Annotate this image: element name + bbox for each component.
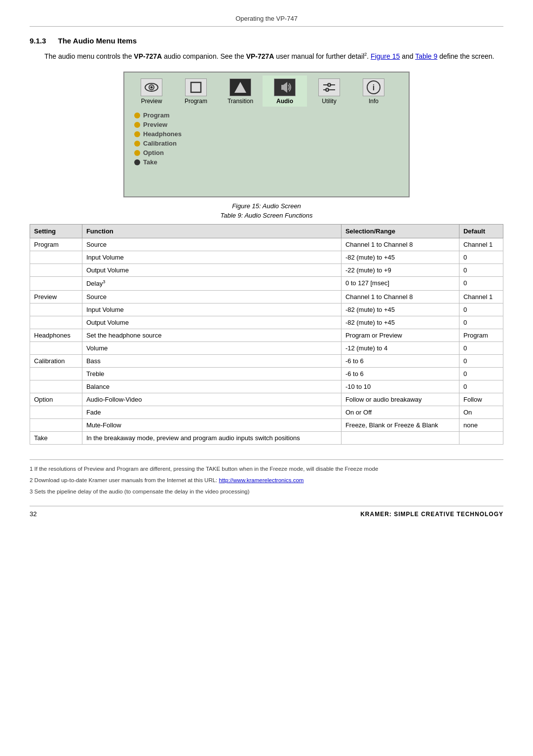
table-row: Calibration Bass -6 to 6 0 [30,354,503,367]
range-input-vol-preview: -82 (mute) to +45 [341,303,459,316]
toolbar-program-label: Program [185,98,207,105]
preview-icon [141,78,162,96]
menu-label-headphones: Headphones [143,130,182,138]
function-balance: Balance [82,380,341,393]
bold-vp727a-1: VP-727A [134,52,162,60]
screen-menu: Program Preview Headphones Calibration O… [124,108,409,196]
menu-label-calibration: Calibration [143,140,177,147]
function-output-vol-preview: Output Volume [82,316,341,329]
table-row: Output Volume -82 (mute) to +45 0 [30,316,503,329]
setting-empty-5 [30,316,82,329]
table-row: Input Volume -82 (mute) to +45 0 [30,251,503,264]
page-header: Operating the VP-747 [30,15,503,27]
footnote-2: 2 Download up-to-date Kramer user manual… [30,476,503,485]
company-name: KRAMER: SIMPLE CREATIVE TECHNOLOGY [360,511,503,518]
default-take [459,431,503,444]
range-take [341,431,459,444]
svg-point-2 [151,86,153,89]
svg-point-11 [326,88,329,91]
default-headphone-vol: 0 [459,341,503,354]
default-source-preview: Channel 1 [459,290,503,303]
screen-mockup-container: Preview Program Transition [30,72,503,197]
functions-table: Setting Function Selection/Range Default… [30,224,503,444]
table9-link[interactable]: Table 9 [415,52,437,60]
default-input-vol-program: 0 [459,251,503,264]
setting-program: Program [30,238,82,251]
footnote-1: 1 If the resolutions of Preview and Prog… [30,465,503,473]
default-output-vol-preview: 0 [459,316,503,329]
table-row: Balance -10 to 10 0 [30,380,503,393]
kramer-url[interactable]: http://www.kramerelectronics.com [219,477,304,483]
range-treble: -6 to 6 [341,367,459,380]
setting-option: Option [30,393,82,406]
function-fade: Fade [82,406,341,418]
menu-item-preview: Preview [134,121,399,128]
toolbar-preview: Preview [129,76,174,108]
function-input-vol-program: Input Volume [82,251,341,264]
screen-mockup: Preview Program Transition [123,72,410,197]
section-heading: The Audio Menu Items [58,37,137,45]
bold-vp727a-2: VP-727A [246,52,274,60]
range-afv: Follow or audio breakaway [341,393,459,406]
toolbar-program: Program [174,76,218,108]
toolbar-transition: Transition [218,76,263,108]
audio-icon [274,78,296,96]
setting-empty-1 [30,251,82,264]
setting-preview: Preview [30,290,82,303]
intro-text-4: and [400,52,415,60]
col-header-setting: Setting [30,225,82,238]
dot-program [134,113,140,118]
header-title: Operating the VP-747 [235,15,298,22]
footer-divider [30,459,503,460]
table-row: Input Volume -82 (mute) to +45 0 [30,303,503,316]
default-mute-follow: none [459,418,503,431]
col-header-range: Selection/Range [341,225,459,238]
setting-empty-2 [30,264,82,277]
function-source: Source [82,238,341,251]
function-bass: Bass [82,354,341,367]
intro-text-1: The audio menu controls the [44,52,134,60]
figure15-link[interactable]: Figure 15 [371,52,400,60]
range-input-vol-program: -82 (mute) to +45 [341,251,459,264]
table-caption: Table 9: Audio Screen Functions [30,212,503,219]
col-header-function: Function [82,225,341,238]
function-source-preview: Source [82,290,341,303]
menu-item-headphones: Headphones [134,130,399,138]
col-header-default: Default [459,225,503,238]
table-row: Treble -6 to 6 0 [30,367,503,380]
function-take: In the breakaway mode, preview and progr… [82,431,341,444]
screen-toolbar: Preview Program Transition [124,73,409,108]
intro-text-5: define the screen. [437,52,494,60]
setting-take: Take [30,431,82,444]
intro-paragraph: The audio menu controls the VP-727A audi… [44,51,503,62]
section-title: 9.1.3 The Audio Menu Items [30,37,503,45]
toolbar-audio-label: Audio [276,98,293,105]
default-input-vol-preview: 0 [459,303,503,316]
intro-text-3: user manual for further detail2. [274,52,371,60]
dot-preview [134,122,140,128]
function-headphone-source: Set the headphone source [82,329,341,341]
range-output-vol-program: -22 (mute) to +9 [341,264,459,277]
svg-point-8 [328,83,331,86]
page-number: 32 [30,510,37,518]
section-number: 9.1.3 [30,37,46,45]
footnote-3: 3 Sets the pipeline delay of the audio (… [30,488,503,496]
function-treble: Treble [82,367,341,380]
dot-calibration [134,141,140,147]
default-headphone-source: Program [459,329,503,341]
setting-empty-4 [30,303,82,316]
function-afv: Audio-Follow-Video [82,393,341,406]
svg-rect-3 [191,82,201,92]
intro-text-2: audio companion. See the [162,52,246,60]
default-output-vol-program: 0 [459,264,503,277]
function-mute-follow: Mute-Follow [82,418,341,431]
setting-empty-6 [30,341,82,354]
program-icon [185,78,207,96]
setting-calibration: Calibration [30,354,82,367]
setting-empty-10 [30,418,82,431]
setting-empty-8 [30,380,82,393]
dot-option [134,150,140,156]
range-mute-follow: Freeze, Blank or Freeze & Blank [341,418,459,431]
range-fade: On or Off [341,406,459,418]
default-afv: Follow [459,393,503,406]
